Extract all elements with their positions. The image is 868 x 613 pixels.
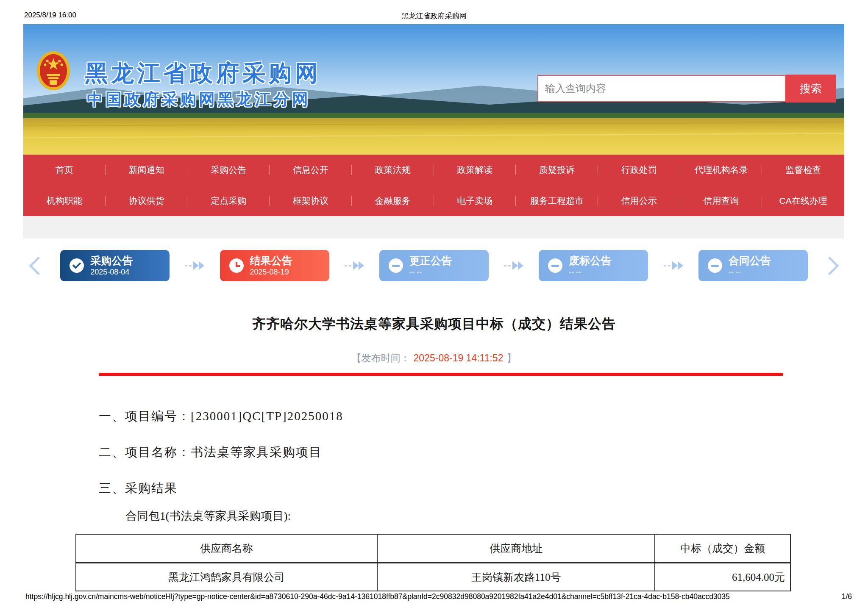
cell-supplier-address: 王岗镇新农路110号 — [377, 563, 655, 591]
step-date: 2025-08-19 — [250, 268, 292, 277]
step-label: 更正公告 — [409, 255, 452, 267]
article-title: 齐齐哈尔大学书法桌等家具采购项目中标（成交）结果公告 — [0, 315, 868, 333]
flow-arrow-icon — [345, 261, 364, 270]
step-label: 废标公告 — [569, 255, 611, 267]
step-date: -- -- — [409, 268, 452, 277]
nav-financial-services[interactable]: 金融服务 — [352, 195, 434, 207]
nav-agency-directory[interactable]: 代理机构名录 — [680, 164, 762, 176]
search-input[interactable] — [538, 76, 785, 101]
step-procurement-notice[interactable]: 采购公告 2025-08-04 — [60, 250, 170, 281]
step-result-notice[interactable]: 结果公告 2025-08-19 — [220, 250, 329, 281]
site-title: 黑龙江省政府采购网 — [85, 58, 321, 89]
project-name-line: 二、项目名称：书法桌等家具采购项目 — [99, 444, 322, 461]
publish-suffix: 】 — [506, 352, 516, 363]
notice-process-steps: 采购公告 2025-08-04 结果公告 2025-08-19 更正公告 -- … — [32, 248, 836, 283]
result-table: 供应商名称 供应商地址 中标（成交）金额 黑龙江鸿鹄家具有限公司 王岗镇新农路1… — [75, 534, 791, 591]
nav-procurement-notice[interactable]: 采购公告 — [187, 164, 270, 176]
nav-info-disclosure[interactable]: 信息公开 — [270, 164, 352, 176]
publish-prefix: 【发布时间： — [352, 352, 410, 363]
publish-time-line: 【发布时间：2025-08-19 14:11:52】 — [0, 352, 868, 365]
page: 2025/8/19 16:00 黑龙江省政府采购网 — [0, 0, 868, 613]
nav-complaints[interactable]: 质疑投诉 — [516, 164, 598, 176]
nav-service-mart[interactable]: 服务工程超市 — [516, 195, 598, 207]
step-date: 2025-08-04 — [90, 268, 133, 277]
red-divider — [99, 373, 783, 376]
print-page-title: 黑龙江省政府采购网 — [0, 11, 868, 21]
minus-circle-icon — [708, 258, 722, 273]
national-emblem-icon — [36, 50, 71, 92]
flow-arrow-icon — [664, 261, 683, 270]
print-url: https://hljcg.hlj.gov.cn/maincms-web/not… — [25, 592, 730, 601]
step-date: -- -- — [569, 268, 611, 277]
header-award-amount: 中标（成交）金额 — [655, 534, 790, 563]
nav-policy-interpretation[interactable]: 政策解读 — [434, 164, 516, 176]
step-label: 采购公告 — [90, 255, 133, 267]
step-correction-notice[interactable]: 更正公告 -- -- — [379, 250, 489, 281]
cell-award-amount: 61,604.00元 — [655, 563, 790, 591]
step-label: 结果公告 — [250, 255, 292, 267]
nav-credit-publicity[interactable]: 信用公示 — [598, 195, 680, 207]
nav-credit-query[interactable]: 信用查询 — [680, 195, 762, 207]
nav-ca-online[interactable]: CA在线办理 — [762, 195, 844, 207]
nav-home[interactable]: 首页 — [23, 164, 106, 176]
print-page-number: 1/6 — [842, 592, 852, 601]
chevron-right-icon[interactable] — [820, 256, 839, 275]
minus-circle-icon — [389, 258, 403, 273]
search-box — [537, 75, 786, 102]
nav-framework-agreement[interactable]: 框架协议 — [270, 195, 352, 207]
nav-supervision[interactable]: 监督检查 — [762, 164, 844, 176]
chevron-left-icon[interactable] — [29, 256, 48, 275]
publish-time: 2025-08-19 14:11:52 — [414, 352, 504, 363]
step-date: -- -- — [729, 268, 771, 277]
nav-row-2: 机构职能 协议供货 定点采购 框架协议 金融服务 电子卖场 服务工程超市 信用公… — [23, 185, 844, 216]
cell-supplier-name: 黑龙江鸿鹄家具有限公司 — [76, 563, 377, 591]
site-banner: 黑龙江省政府采购网 中国政府采购网黑龙江分网 搜索 — [23, 24, 844, 155]
header-supplier-name: 供应商名称 — [76, 534, 377, 563]
nav-policy-regulation[interactable]: 政策法规 — [352, 164, 434, 176]
flow-arrow-icon — [504, 261, 523, 270]
project-number-line: 一、项目编号：[230001]QC[TP]20250018 — [99, 408, 343, 425]
nav-e-mall[interactable]: 电子卖场 — [434, 195, 516, 207]
nav-fixed-point-procurement[interactable]: 定点采购 — [187, 195, 270, 207]
main-nav: 首页 新闻通知 采购公告 信息公开 政策法规 政策解读 质疑投诉 行政处罚 代理… — [23, 155, 844, 216]
flow-arrow-icon — [185, 261, 204, 270]
step-label: 合同公告 — [729, 255, 771, 267]
table-row: 黑龙江鸿鹄家具有限公司 王岗镇新农路110号 61,604.00元 — [76, 563, 790, 591]
nav-news[interactable]: 新闻通知 — [106, 164, 188, 176]
site-subtitle: 中国政府采购网黑龙江分网 — [87, 89, 311, 110]
step-contract-notice[interactable]: 合同公告 -- -- — [698, 250, 808, 281]
step-cancellation-notice[interactable]: 废标公告 -- -- — [539, 250, 648, 281]
minus-circle-icon — [548, 258, 562, 273]
nav-org-functions[interactable]: 机构职能 — [23, 195, 106, 207]
nav-row-1: 首页 新闻通知 采购公告 信息公开 政策法规 政策解读 质疑投诉 行政处罚 代理… — [23, 155, 844, 185]
clock-icon — [229, 258, 244, 273]
procurement-result-line: 三、采购结果 — [99, 480, 178, 497]
check-circle-icon — [70, 258, 84, 273]
contract-package-line: 合同包1(书法桌等家具采购项目): — [125, 508, 291, 524]
table-header-row: 供应商名称 供应商地址 中标（成交）金额 — [76, 534, 790, 563]
nav-agreement-supply[interactable]: 协议供货 — [106, 195, 188, 207]
nav-admin-penalty[interactable]: 行政处罚 — [598, 164, 680, 176]
header-supplier-address: 供应商地址 — [377, 534, 655, 563]
nav-bottom-band — [23, 216, 844, 239]
search-button[interactable]: 搜索 — [786, 75, 836, 103]
